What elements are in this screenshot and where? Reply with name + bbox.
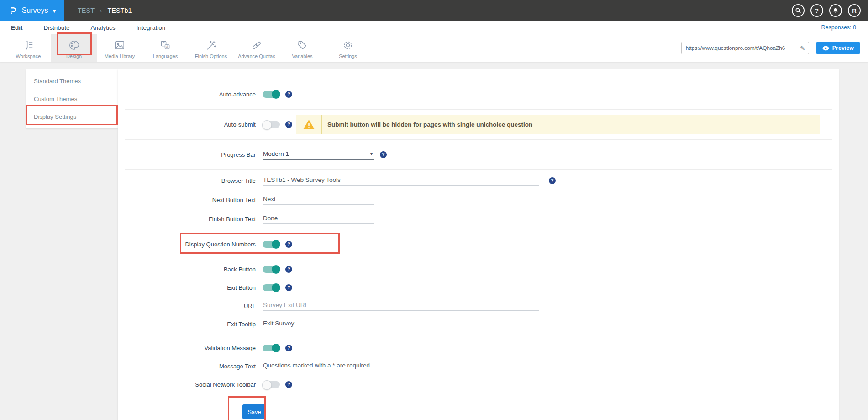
toolbar-item-label: Variables — [292, 53, 312, 59]
responses-count[interactable]: Responses: 0 — [821, 21, 856, 34]
preview-button-label: Preview — [832, 45, 854, 51]
section-progress-bar: Progress Bar Modern 1 ▾ ? — [125, 139, 832, 169]
display-question-numbers-help-icon[interactable]: ? — [285, 241, 292, 248]
section-question-numbers: Display Question Numbers ? — [125, 231, 832, 257]
display-question-numbers-label: Display Question Numbers — [125, 241, 263, 248]
progress-bar-select[interactable]: Modern 1 ▾ — [263, 149, 374, 160]
auto-advance-toggle[interactable] — [263, 91, 280, 98]
section-buttons-text: Browser Title ? Next Button Text Finish … — [125, 169, 832, 231]
toolbar-item-media-library[interactable]: Media Library — [97, 34, 142, 62]
exit-button-toggle[interactable] — [263, 284, 280, 291]
breadcrumb-current: TESTb1 — [107, 7, 132, 14]
validation-message-label: Validation Message — [125, 345, 263, 351]
exit-button-label: Exit Button — [125, 284, 263, 291]
message-text-row: Message Text — [125, 361, 832, 372]
account-avatar[interactable]: R — [848, 4, 861, 17]
back-button-help-icon[interactable]: ? — [285, 266, 292, 273]
avatar-initial: R — [852, 7, 856, 14]
toolbar-item-design[interactable]: Design — [51, 34, 97, 62]
breadcrumb: TEST › TESTb1 — [64, 0, 792, 21]
tab-distribute[interactable]: Distribute — [44, 21, 70, 34]
social-network-toolbar-help-icon[interactable]: ? — [285, 381, 292, 388]
finish-button-text-label: Finish Button Text — [125, 216, 263, 223]
survey-url-input[interactable] — [682, 42, 797, 54]
toolbar-right: ✎ Preview — [681, 34, 868, 62]
auto-advance-row: Auto-advance ? — [125, 89, 832, 100]
section-save: Save — [125, 397, 832, 419]
section-navigation: Back Button ? Exit Button ? URL Exit Too… — [125, 257, 832, 335]
message-text-input[interactable] — [263, 361, 813, 371]
surveys-menu[interactable]: Surveys ▼ — [0, 0, 64, 21]
breadcrumb-separator-icon: › — [100, 7, 102, 14]
toolbar-item-advance-quotas[interactable]: Advance Quotas — [234, 34, 279, 62]
tab-integration[interactable]: Integration — [137, 21, 166, 34]
sidebar-item-display-settings[interactable]: Display Settings — [26, 108, 118, 126]
finish-options-icon — [205, 39, 217, 52]
finish-button-text-input[interactable] — [263, 214, 374, 224]
sidebar-item-custom-themes[interactable]: Custom Themes — [26, 90, 118, 108]
survey-url-box: ✎ — [681, 42, 809, 54]
auto-submit-help-icon[interactable]: ? — [285, 121, 292, 128]
tab-edit[interactable]: Edit — [11, 21, 23, 34]
exit-tooltip-row: Exit Tooltip — [125, 319, 832, 330]
edit-toolbar: Workspace Design Media Library *A Langua… — [0, 34, 868, 62]
auto-submit-toggle[interactable] — [263, 121, 280, 128]
sidebar-item-standard-themes[interactable]: Standard Themes — [26, 72, 118, 90]
toolbar-item-label: Advance Quotas — [238, 53, 275, 59]
toolbar-item-label: Design — [66, 53, 82, 59]
social-network-toolbar-row: Social Network Toolbar ? — [125, 379, 832, 390]
back-button-toggle[interactable] — [263, 266, 280, 273]
preview-button[interactable]: Preview — [816, 42, 860, 54]
design-sidebar: Standard Themes Custom Themes Display Se… — [26, 69, 118, 128]
languages-icon: *A — [159, 39, 171, 52]
workspace-icon — [22, 39, 34, 52]
exit-url-input[interactable] — [263, 301, 539, 311]
progress-bar-value: Modern 1 — [263, 150, 289, 157]
save-button[interactable]: Save — [242, 404, 266, 419]
bell-icon — [832, 7, 839, 14]
exit-url-label: URL — [125, 303, 263, 309]
search-button[interactable] — [792, 4, 805, 17]
breadcrumb-parent[interactable]: TEST — [78, 7, 95, 14]
auto-advance-label: Auto-advance — [125, 91, 263, 98]
browser-title-row: Browser Title ? — [125, 175, 832, 186]
toolbar-item-languages[interactable]: *A Languages — [142, 34, 188, 62]
questionpro-logo-icon — [7, 5, 18, 16]
next-button-text-row: Next Button Text — [125, 194, 832, 205]
edit-url-icon[interactable]: ✎ — [797, 42, 809, 54]
browser-title-input[interactable] — [263, 175, 539, 186]
social-network-toolbar-toggle[interactable] — [263, 381, 280, 388]
help-icon: ? — [815, 7, 819, 14]
warning-message: Submit button will be hidden for pages w… — [322, 121, 532, 128]
message-text-label: Message Text — [125, 363, 263, 370]
notifications-button[interactable] — [829, 4, 842, 17]
exit-tooltip-input[interactable] — [263, 319, 539, 329]
auto-submit-warning-banner: Submit button will be hidden for pages w… — [296, 115, 820, 134]
social-network-toolbar-label: Social Network Toolbar — [125, 381, 263, 388]
validation-message-help-icon[interactable]: ? — [285, 345, 292, 351]
toolbar-item-variables[interactable]: Variables — [279, 34, 325, 62]
back-button-label: Back Button — [125, 266, 263, 273]
help-button[interactable]: ? — [810, 4, 823, 17]
toolbar-item-settings[interactable]: Settings — [325, 34, 371, 62]
toolbar-item-workspace[interactable]: Workspace — [5, 34, 51, 62]
survey-tab-bar: Edit Distribute Analytics Integration Re… — [0, 21, 868, 34]
validation-message-toggle[interactable] — [263, 345, 280, 351]
toolbar-item-finish-options[interactable]: Finish Options — [188, 34, 234, 62]
tab-analytics[interactable]: Analytics — [91, 21, 116, 34]
exit-tooltip-label: Exit Tooltip — [125, 321, 263, 328]
section-auto-submit: Auto-submit ? Submit button will be hidd… — [125, 109, 832, 139]
back-button-row: Back Button ? — [125, 264, 832, 275]
next-button-text-input[interactable] — [263, 195, 374, 205]
auto-advance-help-icon[interactable]: ? — [285, 91, 292, 98]
display-question-numbers-toggle[interactable] — [263, 241, 280, 248]
finish-button-text-row: Finish Button Text — [125, 213, 832, 224]
progress-bar-help-icon[interactable]: ? — [380, 151, 387, 158]
exit-button-help-icon[interactable]: ? — [285, 284, 292, 291]
svg-text:A: A — [166, 45, 168, 49]
toolbar-item-label: Finish Options — [195, 53, 227, 59]
browser-title-help-icon[interactable]: ? — [549, 177, 556, 184]
toolbar-item-label: Settings — [339, 53, 357, 59]
browser-title-label: Browser Title — [125, 177, 263, 184]
section-auto-advance: Auto-advance ? — [125, 69, 832, 109]
